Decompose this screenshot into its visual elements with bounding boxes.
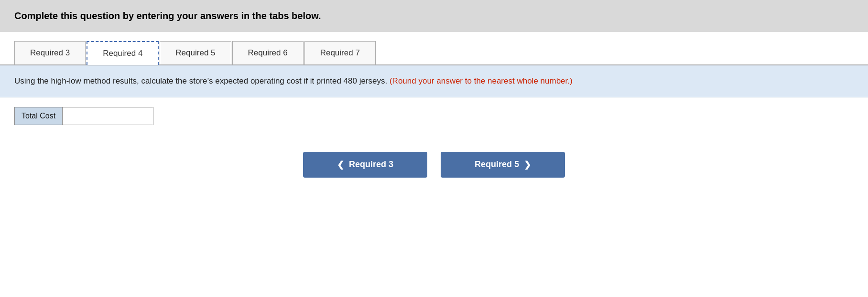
prev-button-label: Required 3 [349,159,393,170]
next-button-label: Required 5 [475,159,519,170]
question-main-text: Using the high-low method results, calcu… [14,76,573,85]
chevron-left-icon [337,159,344,170]
question-text-highlight: (Round your answer to the nearest whole … [390,76,573,85]
tab-required5[interactable]: Required 5 [160,41,231,64]
header-text: Complete this question by entering your … [14,11,321,21]
header-banner: Complete this question by entering your … [0,0,868,32]
answer-row: Total Cost [14,107,854,125]
tab-required3[interactable]: Required 3 [14,41,86,64]
answer-area: Total Cost [0,97,868,135]
total-cost-input[interactable] [63,107,153,125]
next-button[interactable]: Required 5 [441,152,565,178]
total-cost-label: Total Cost [14,107,63,125]
tab-required6[interactable]: Required 6 [232,41,304,64]
tabs-container: Required 3 Required 4 Required 5 Require… [0,32,868,65]
question-area: Using the high-low method results, calcu… [0,65,868,97]
tab-required7[interactable]: Required 7 [304,41,376,64]
chevron-right-icon [524,159,531,170]
tab-required4[interactable]: Required 4 [87,41,159,65]
page-wrapper: Complete this question by entering your … [0,0,868,297]
nav-buttons: Required 3 Required 5 [0,135,868,187]
question-text-main: Using the high-low method results, calcu… [14,76,390,85]
prev-button[interactable]: Required 3 [303,152,427,178]
